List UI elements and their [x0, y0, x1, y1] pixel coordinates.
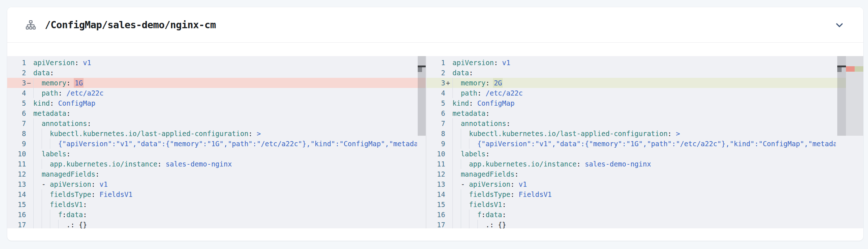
code-line[interactable]: 15 fieldsV1: — [7, 199, 426, 210]
minimap-slider[interactable] — [837, 56, 846, 136]
card-header: /ConfigMap/sales-demo/nginx-cm — [7, 7, 863, 43]
line-number[interactable]: 12 — [7, 169, 26, 179]
code-line[interactable]: 13 - apiVersion: v1 — [7, 179, 426, 189]
code-text: kind: ConfigMap — [33, 98, 417, 108]
code-line[interactable]: 1apiVersion: v1 — [426, 58, 863, 68]
indent-guide — [452, 199, 453, 210]
diff-overview-ruler[interactable] — [846, 56, 863, 136]
indent-guide — [461, 159, 461, 169]
line-number[interactable]: 6 — [426, 108, 445, 118]
code-line[interactable]: 14 fieldsType: FieldsV1 — [7, 189, 426, 199]
line-number[interactable]: 17 — [7, 220, 26, 228]
line-number[interactable]: 9 — [426, 139, 445, 149]
code-line[interactable]: 5kind: ConfigMap — [7, 98, 426, 108]
code-line[interactable]: 16 f:data: — [426, 210, 863, 220]
code-line[interactable]: 7 annotations: — [426, 118, 863, 128]
indent-guide — [33, 199, 34, 210]
minimap-slider[interactable] — [418, 56, 426, 136]
line-number[interactable]: 16 — [426, 210, 445, 220]
indent-guide — [452, 139, 453, 149]
token: v1 — [99, 180, 108, 188]
line-number[interactable]: 3 — [7, 78, 26, 88]
code-line[interactable]: 10 labels: — [7, 149, 426, 159]
code-line[interactable]: 9 {"apiVersion":"v1","data":{"memory":"1… — [7, 139, 426, 149]
code-line[interactable]: 17 .: {} — [7, 220, 426, 228]
line-number[interactable]: 1 — [426, 58, 445, 68]
token: fieldsV1 — [469, 201, 502, 208]
line-number[interactable]: 11 — [7, 159, 26, 169]
code-line[interactable]: 9 {"apiVersion":"v1","data":{"memory":"1… — [426, 139, 863, 149]
code-line[interactable]: 13 - apiVersion: v1 — [426, 179, 863, 189]
code-line[interactable]: 4 path: /etc/a22c — [426, 88, 863, 98]
line-number[interactable]: 7 — [7, 118, 26, 128]
line-number[interactable]: 15 — [426, 199, 445, 210]
token: ConfigMap — [477, 99, 515, 107]
code-line[interactable]: 4 path: /etc/a22c — [7, 88, 426, 98]
line-number[interactable]: 6 — [7, 108, 26, 118]
code-text: app.kubernetes.io/instance: sales-demo-n… — [33, 159, 417, 169]
indent-guide — [33, 169, 34, 179]
line-number[interactable]: 17 — [426, 220, 445, 228]
token: apiVersion — [33, 59, 75, 67]
line-number[interactable]: 13 — [7, 179, 26, 189]
token: {"apiVersion":"v1","data":{"memory":"1G"… — [477, 140, 836, 148]
code-line[interactable]: 12 managedFields: — [7, 169, 426, 179]
code-line[interactable]: 15 fieldsV1: — [426, 199, 863, 210]
code-line[interactable]: 11 app.kubernetes.io/instance: sales-dem… — [426, 159, 863, 169]
code-line[interactable]: 1apiVersion: v1 — [7, 58, 426, 68]
code-line[interactable]: 6metadata: — [426, 108, 863, 118]
line-number[interactable]: 2 — [7, 68, 26, 78]
line-number[interactable]: 2 — [426, 68, 445, 78]
code-line[interactable]: 6metadata: — [7, 108, 426, 118]
code-line[interactable]: 2data: — [426, 68, 863, 78]
code-line[interactable]: 16 f:data: — [7, 210, 426, 220]
code-line[interactable]: 8 kubectl.kubernetes.io/last-applied-con… — [7, 128, 426, 139]
line-number[interactable]: 14 — [7, 189, 26, 199]
token: : — [486, 109, 490, 117]
line-number[interactable]: 14 — [426, 189, 445, 199]
line-number[interactable]: 1 — [7, 58, 26, 68]
code-text: annotations: — [452, 118, 836, 128]
code-line[interactable]: 8 kubectl.kubernetes.io/last-applied-con… — [426, 128, 863, 139]
line-number[interactable]: 5 — [7, 98, 26, 108]
line-number[interactable]: 15 — [7, 199, 26, 210]
indent-guide — [469, 139, 469, 149]
token: : — [486, 79, 494, 87]
line-number[interactable]: 10 — [7, 149, 26, 159]
code-line[interactable]: 7 annotations: — [7, 118, 426, 128]
code-line[interactable]: 12 managedFields: — [426, 169, 863, 179]
line-number[interactable]: 7 — [426, 118, 445, 128]
code-line[interactable]: 11 app.kubernetes.io/instance: sales-dem… — [7, 159, 426, 169]
code-text: managedFields: — [452, 169, 836, 179]
resource-diff-card: /ConfigMap/sales-demo/nginx-cm 1apiVersi… — [7, 7, 863, 241]
line-number[interactable]: 4 — [426, 88, 445, 98]
code-line[interactable]: 17 .: {} — [426, 220, 863, 228]
token: managedFields — [461, 170, 515, 178]
line-number[interactable]: 8 — [426, 128, 445, 139]
line-number[interactable]: 13 — [426, 179, 445, 189]
line-number[interactable]: 5 — [426, 98, 445, 108]
line-number[interactable]: 9 — [7, 139, 26, 149]
line-number[interactable]: 4 — [7, 88, 26, 98]
diff-sign — [445, 159, 452, 169]
line-number[interactable]: 8 — [7, 128, 26, 139]
chevron-down-icon[interactable] — [831, 17, 847, 33]
code-line[interactable]: 5kind: ConfigMap — [426, 98, 863, 108]
diff-sign — [445, 199, 452, 210]
token — [452, 211, 477, 219]
line-number[interactable]: 11 — [426, 159, 445, 169]
code-line[interactable]: 10 labels: — [426, 149, 863, 159]
line-number[interactable]: 16 — [7, 210, 26, 220]
token: fieldsV1 — [50, 201, 83, 208]
token: data — [33, 69, 50, 77]
code-line[interactable]: 3− memory: 1G — [7, 78, 426, 88]
line-number[interactable]: 12 — [426, 169, 445, 179]
line-number[interactable]: 10 — [426, 149, 445, 159]
code-line[interactable]: 3+ memory: 2G — [426, 78, 863, 88]
line-number[interactable]: 3 — [426, 78, 445, 88]
code-line[interactable]: 2data: — [7, 68, 426, 78]
diff-sign — [445, 108, 452, 118]
token — [33, 89, 42, 97]
code-line[interactable]: 14 fieldsType: FieldsV1 — [426, 189, 863, 199]
diff-sign — [26, 210, 33, 220]
